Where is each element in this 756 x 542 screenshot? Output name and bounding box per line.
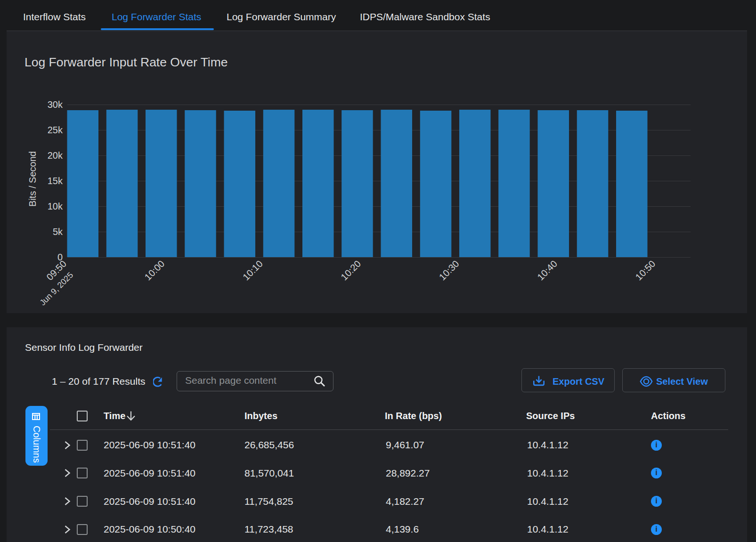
svg-text:5k: 5k bbox=[53, 227, 63, 237]
svg-text:10:40: 10:40 bbox=[535, 259, 559, 283]
svg-text:10:20: 10:20 bbox=[339, 259, 363, 283]
svg-text:20k: 20k bbox=[48, 150, 63, 161]
svg-text:30k: 30k bbox=[48, 99, 63, 110]
svg-text:10:30: 10:30 bbox=[437, 259, 461, 283]
svg-text:10:10: 10:10 bbox=[241, 259, 265, 283]
svg-text:25k: 25k bbox=[48, 125, 63, 135]
svg-text:10k: 10k bbox=[48, 201, 63, 211]
svg-text:15k: 15k bbox=[48, 176, 63, 186]
svg-text:Bits / Second: Bits / Second bbox=[27, 151, 38, 207]
svg-text:10:50: 10:50 bbox=[634, 259, 658, 283]
svg-text:10:00: 10:00 bbox=[143, 259, 167, 283]
